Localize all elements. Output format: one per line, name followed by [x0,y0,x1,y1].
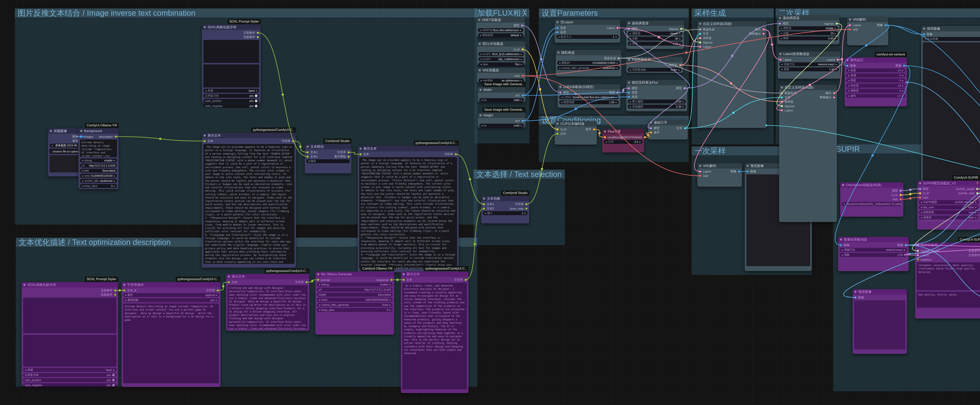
node-header[interactable]: SDXL风格化提示词 [22,282,118,287]
combo-right-arrow-icon[interactable]: ▶ [975,201,977,203]
input-port-dot-icon[interactable] [919,188,921,190]
input-port[interactable]: 文本 [359,152,369,156]
input-port[interactable]: VAE [849,28,858,31]
combo-right-arrow-icon[interactable]: ▶ [521,99,522,102]
combo-left-arrow-icon[interactable]: ◀ [81,175,83,177]
node-SDXL风格化提示词[interactable]: SDXL Prompt StylerSDXL风格化提示词正面条件负面条件◀风格b… [202,24,261,103]
combo-left-arrow-icon[interactable]: ◀ [561,96,562,98]
widget-操作[interactable]: ◀操作append▶ [123,293,219,297]
combo-right-arrow-icon[interactable]: ▶ [975,211,977,214]
combo-right-arrow-icon[interactable]: ▶ [216,299,217,302]
output-port-dot-icon[interactable] [679,64,681,67]
combo-left-arrow-icon[interactable]: ◀ [480,79,482,82]
input-port-dot-icon[interactable] [628,87,630,89]
output-port-dot-icon[interactable] [905,244,907,246]
widget-model[interactable]: modelllava:latest [317,293,393,297]
input-port-dot-icon[interactable] [781,96,783,99]
input-port-dot-icon[interactable] [628,95,630,98]
combo-left-arrow-icon[interactable]: ◀ [629,37,631,40]
combo-right-arrow-icon[interactable]: ▶ [678,68,680,71]
combo-right-arrow-icon[interactable]: ▶ [520,34,522,37]
input-port[interactable]: Sigmas [699,41,713,44]
text-area[interactable] [23,298,116,333]
widget-SUPIR模型[interactable]: ◀SUPIR模型SUPIR-v0F.ckpt▶ [919,200,978,204]
combo-right-arrow-icon[interactable]: ▶ [617,67,618,69]
output-port[interactable]: CLIP [891,194,902,197]
input-port[interactable]: 文本 [228,280,237,284]
node-Width[interactable]: Save Image with Generat..WidthINT◀int108… [478,87,525,102]
output-port-dot-icon[interactable] [521,24,523,27]
text-area[interactable]: Extreme details describing an image incl… [80,140,117,157]
input-port-dot-icon[interactable] [699,28,702,31]
output-port[interactable]: 引导 [676,126,686,130]
collapse-dot-icon[interactable] [479,114,482,116]
node-K采样器选择[interactable]: K采样器选择采样器◀采样器名称euler▶ [626,57,683,73]
input-port[interactable]: Latent [849,24,861,27]
output-port-dot-icon[interactable] [347,151,350,154]
input-port[interactable]: conditioning [604,136,620,139]
output-port[interactable]: 正面条件 [101,289,116,292]
node-header[interactable]: 保存图像 [921,26,980,31]
output-port[interactable]: Sigmas [669,27,682,30]
widget-control_after_generate[interactable]: ◀control_after_generaterandomize▶ [80,179,117,183]
combo-right-arrow-icon[interactable]: ▶ [902,89,904,92]
output-port-dot-icon[interactable] [762,28,765,31]
group-header[interactable]: 采样生成 [692,8,774,17]
input-port-dot-icon[interactable] [306,151,309,154]
combo-left-arrow-icon[interactable]: ◀ [920,216,922,219]
output-port-dot-icon[interactable] [884,24,887,27]
node-自定义采样器(高级)[interactable]: 自定义采样器(高级)噪波生成输出引导降噪输出采样器SigmasLatent [697,21,766,128]
combo-left-arrow-icon[interactable]: ◀ [318,309,320,311]
toggle-icon[interactable] [112,379,115,381]
output-port-dot-icon[interactable] [256,32,259,34]
output-port[interactable]: 降噪输出 [749,32,765,36]
node-Background[interactable]: ComfyUi-Ollama-YNBackgroundimagesdescrip… [78,128,119,189]
node-header[interactable]: My Ollama Generate [315,272,394,277]
input-port-dot-icon[interactable] [306,156,309,158]
combo-left-arrow-icon[interactable]: ◀ [559,62,560,64]
output-port-dot-icon[interactable] [644,136,646,138]
output-port-dot-icon[interactable] [521,94,524,97]
combo-right-arrow-icon[interactable]: ▶ [679,32,681,35]
collapse-dot-icon[interactable] [699,165,701,167]
output-port[interactable]: CONDITIONING [620,136,643,139]
input-port[interactable]: 文本 [402,278,412,282]
node-CLIP文本编码器[interactable]: CLIP文本编码器CLIP条件文本 [555,121,597,145]
input-port[interactable]: captions [917,258,932,261]
output-port[interactable]: INT [515,119,524,123]
input-port[interactable]: 文本 [204,139,213,143]
widget-Ckpt名称[interactable]: ◀Ckpt名称leosamsHelloworldXL_helloworldXL7… [842,202,902,206]
input-port-dot-icon[interactable] [604,136,606,138]
input-port[interactable]: 模型 [779,22,789,25]
combo-left-arrow-icon[interactable]: ◀ [629,32,631,35]
text-area[interactable]: bad quality, blurry, messy [917,292,980,308]
widget-调度器[interactable]: ◀调度器simple▶ [779,26,838,30]
widget-LoRA名称[interactable]: ◀LoRA名称breaking-bad-flux-lora.safetensor… [559,95,619,99]
toggle-icon[interactable] [112,374,115,376]
input-port-dot-icon[interactable] [849,24,851,27]
output-port-dot-icon[interactable] [617,57,620,60]
widget-UNET名称[interactable]: ◀UNET名称flux1-dev.safetensors▶ [478,28,523,32]
output-port[interactable]: 字符串 [282,139,294,143]
combo-left-arrow-icon[interactable]: ◀ [561,101,562,104]
combo-left-arrow-icon[interactable]: ◀ [848,95,849,97]
combo-right-arrow-icon[interactable]: ▶ [904,249,905,251]
output-port-dot-icon[interactable] [899,189,902,192]
input-port-dot-icon[interactable] [204,140,206,143]
combo-right-arrow-icon[interactable]: ▶ [902,69,904,72]
output-port-dot-icon[interactable] [465,279,467,281]
widget-keep_alive[interactable]: ◀keep_alive0▶ [317,308,393,312]
input-port-dot-icon[interactable] [781,109,783,112]
output-port[interactable]: 负面条件 [969,253,980,257]
node-LoRA加载器(仅模型)[interactable]: LoRA加载器(仅模型)模型模型◀LoRA名称breaking-bad-flux… [558,84,620,108]
widget-fp8_unet[interactable]: ◀fp8_unetfalse▶ [919,205,978,209]
node-header[interactable]: VAE解码 [697,163,742,168]
input-port[interactable]: 图像 [846,64,856,68]
output-port[interactable]: 模型 [892,189,902,192]
combo-left-arrow-icon[interactable]: ◀ [318,299,320,301]
input-port-dot-icon[interactable] [80,135,83,138]
input-port-dot-icon[interactable] [699,37,702,40]
output-port-dot-icon[interactable] [684,127,686,130]
input-port-dot-icon[interactable] [919,192,921,195]
output-port[interactable]: 采样器 [669,63,681,67]
